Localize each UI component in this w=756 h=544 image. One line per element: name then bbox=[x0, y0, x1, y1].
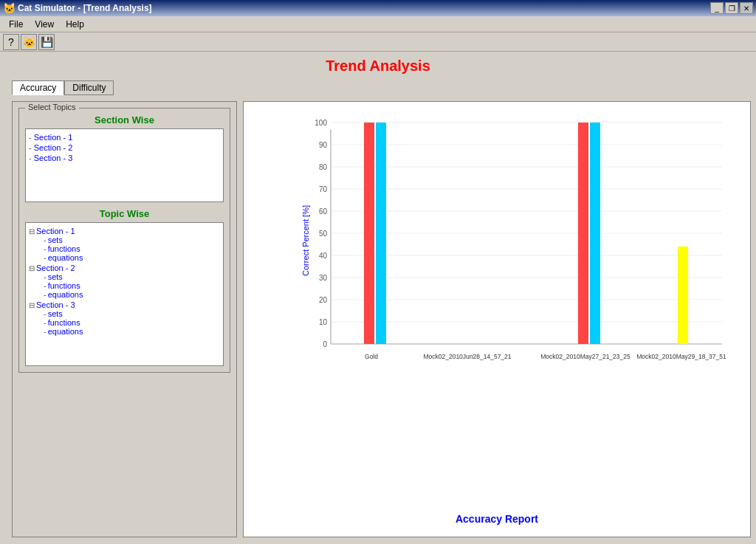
svg-text:Gold: Gold bbox=[365, 353, 378, 360]
tab-accuracy[interactable]: Accuracy bbox=[12, 80, 64, 95]
minimize-button[interactable]: _ bbox=[710, 2, 724, 14]
app-icon: 🐱 bbox=[3, 2, 15, 14]
svg-text:20: 20 bbox=[319, 296, 328, 304]
accuracy-report-title: Accuracy Report bbox=[250, 507, 744, 531]
tree-child-equations3[interactable]: equations bbox=[29, 327, 219, 336]
tree-child-functions3[interactable]: functions bbox=[29, 318, 219, 327]
bar-may29-yellow bbox=[678, 247, 688, 344]
tree-node-section3: ⊟ Section - 3 sets functions equations bbox=[29, 300, 219, 337]
close-button[interactable]: ✕ bbox=[740, 2, 753, 14]
tree-child-functions1[interactable]: functions bbox=[29, 244, 219, 253]
window-titlebar: 🐱 Cat Simulator - [Trend Analysis] _ ❐ ✕ bbox=[0, 0, 756, 16]
tabs: Accuracy Difficulty bbox=[12, 80, 744, 95]
menu-view[interactable]: View bbox=[29, 18, 60, 31]
section-item-2[interactable]: Section - 2 bbox=[29, 142, 220, 153]
tree-child-equations2[interactable]: equations bbox=[29, 290, 219, 299]
restore-button[interactable]: ❐ bbox=[725, 2, 738, 14]
tree-parent-section3[interactable]: ⊟ Section - 3 bbox=[29, 300, 219, 309]
tree-child-sets1[interactable]: sets bbox=[29, 235, 219, 244]
tree-parent-section2[interactable]: ⊟ Section - 2 bbox=[29, 264, 219, 272]
menu-help[interactable]: Help bbox=[60, 18, 90, 31]
tree-node-section1: ⊟ Section - 1 sets functions equations bbox=[29, 226, 219, 263]
section-item-1[interactable]: Section - 1 bbox=[29, 132, 220, 142]
tree-child-sets3[interactable]: sets bbox=[29, 309, 219, 318]
svg-text:Mock02_2010Jun28_14_57_21: Mock02_2010Jun28_14_57_21 bbox=[423, 353, 511, 360]
bar-may27-cyan bbox=[590, 123, 600, 344]
tree-child-equations1[interactable]: equations bbox=[29, 253, 219, 262]
svg-text:10: 10 bbox=[319, 318, 328, 326]
tree-parent-label-section3: Section - 3 bbox=[36, 300, 75, 309]
chart-svg: 0 10 20 30 40 50 60 70 80 90 100 bbox=[301, 115, 737, 366]
save-toolbar-button[interactable]: 💾 bbox=[38, 34, 55, 50]
content-area: Select Topics Section Wise Section - 1 S… bbox=[12, 101, 744, 537]
topic-tree-container: ⊟ Section - 1 sets functions equations ⊟ bbox=[25, 222, 224, 366]
tree-parent-section1[interactable]: ⊟ Section - 1 bbox=[29, 227, 219, 235]
svg-text:80: 80 bbox=[319, 163, 328, 171]
cat-toolbar-button[interactable]: 🐱 bbox=[21, 34, 37, 50]
page-title: Trend Analysis bbox=[12, 58, 744, 75]
tree-child-sets2[interactable]: sets bbox=[29, 272, 219, 281]
tree-toggle-section1[interactable]: ⊟ bbox=[29, 227, 35, 235]
svg-text:0: 0 bbox=[323, 340, 327, 348]
menu-file[interactable]: File bbox=[3, 18, 29, 31]
svg-text:Mock02_2010May29_18_37_51: Mock02_2010May29_18_37_51 bbox=[636, 353, 726, 360]
topic-wise-title: Topic Wise bbox=[25, 208, 224, 219]
section-list: Section - 1 Section - 2 Section - 3 bbox=[25, 128, 224, 202]
window-controls[interactable]: _ ❐ ✕ bbox=[710, 2, 753, 14]
tree-toggle-section3[interactable]: ⊟ bbox=[29, 301, 35, 309]
svg-text:100: 100 bbox=[315, 119, 327, 127]
bar-may27-red bbox=[578, 123, 588, 344]
titlebar-left: 🐱 Cat Simulator - [Trend Analysis] bbox=[3, 2, 152, 14]
select-topics-group: Select Topics Section Wise Section - 1 S… bbox=[18, 108, 230, 373]
section-item-3[interactable]: Section - 3 bbox=[29, 153, 220, 163]
topic-tree-scroll[interactable]: ⊟ Section - 1 sets functions equations ⊟ bbox=[29, 226, 220, 362]
tab-difficulty[interactable]: Difficulty bbox=[64, 80, 114, 95]
svg-text:60: 60 bbox=[319, 207, 328, 216]
svg-text:50: 50 bbox=[319, 230, 328, 238]
svg-text:90: 90 bbox=[319, 141, 328, 149]
tree-toggle-section2[interactable]: ⊟ bbox=[29, 264, 35, 272]
section-wise-title: Section Wise bbox=[25, 114, 224, 125]
svg-text:30: 30 bbox=[319, 274, 328, 282]
chart-wrapper: Correct Percent [%] bbox=[301, 115, 737, 366]
main-content: Trend Analysis Accuracy Difficulty Selec… bbox=[0, 52, 756, 544]
right-panel: Correct Percent [%] bbox=[243, 101, 751, 537]
tree-child-functions2[interactable]: functions bbox=[29, 281, 219, 290]
svg-text:40: 40 bbox=[319, 252, 328, 260]
window-title: Cat Simulator - [Trend Analysis] bbox=[18, 3, 152, 13]
group-legend: Select Topics bbox=[25, 103, 79, 111]
toolbar: ? 🐱 💾 bbox=[0, 32, 756, 52]
tree-node-section2: ⊟ Section - 2 sets functions equations bbox=[29, 263, 219, 300]
svg-text:70: 70 bbox=[319, 185, 328, 193]
svg-text:Mock02_2010May27_21_23_25: Mock02_2010May27_21_23_25 bbox=[540, 353, 630, 360]
left-panel: Select Topics Section Wise Section - 1 S… bbox=[12, 101, 237, 537]
help-toolbar-button[interactable]: ? bbox=[3, 34, 19, 50]
bar-gold-cyan bbox=[376, 123, 386, 344]
y-axis-title: Correct Percent [%] bbox=[301, 205, 310, 276]
tree-parent-label-section2: Section - 2 bbox=[36, 264, 75, 272]
menubar: File View Help bbox=[0, 16, 756, 32]
bar-gold-red bbox=[364, 123, 374, 344]
tree-parent-label-section1: Section - 1 bbox=[36, 227, 75, 235]
chart-container: Correct Percent [%] bbox=[250, 108, 744, 507]
